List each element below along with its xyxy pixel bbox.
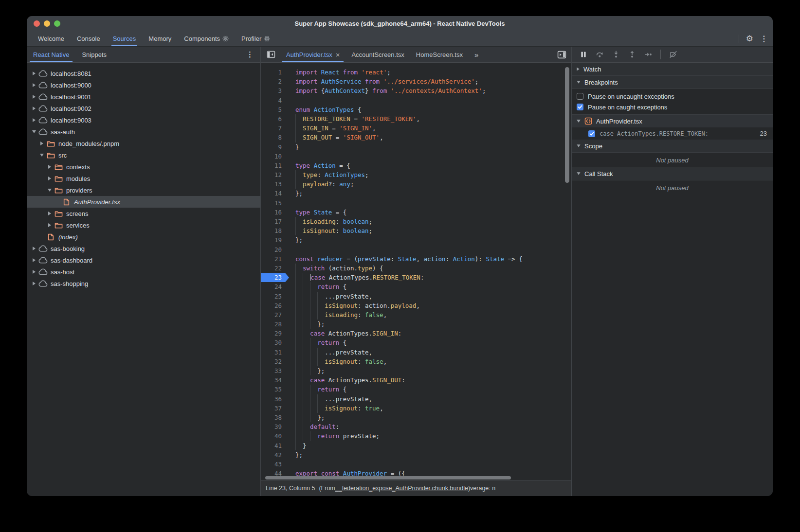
line-number[interactable]: 1: [261, 68, 289, 77]
pause-uncaught-row[interactable]: Pause on uncaught exceptions: [572, 91, 773, 102]
code-line[interactable]: 29 case ActionTypes.SIGN_IN:: [261, 329, 571, 338]
line-number[interactable]: 3: [261, 86, 289, 95]
tree-item-src[interactable]: src: [27, 149, 260, 161]
line-number[interactable]: 11: [261, 161, 289, 170]
tree-item-node-modules-pnpm[interactable]: node_modules/.pnpm: [27, 138, 260, 149]
breakpoint-file-row[interactable]: AuthProvider.tsx: [572, 114, 773, 127]
line-number[interactable]: 24: [261, 282, 289, 291]
line-number[interactable]: 27: [261, 310, 289, 319]
tree-item-localhost-9001[interactable]: localhost:9001: [27, 91, 260, 103]
step-out-icon[interactable]: [628, 51, 636, 58]
line-number[interactable]: 13: [261, 179, 289, 189]
pause-icon[interactable]: [580, 51, 587, 58]
code-line[interactable]: 8 SIGN_OUT = 'SIGN_OUT',: [261, 133, 571, 142]
collapsed-arrow-icon[interactable]: [46, 165, 53, 169]
expanded-arrow-icon[interactable]: [31, 130, 37, 133]
code-line[interactable]: 39 default:: [261, 422, 571, 431]
tree-item-sas-booking[interactable]: sas-booking: [27, 243, 260, 254]
collapsed-arrow-icon[interactable]: [38, 142, 45, 145]
editor-vertical-scrollbar[interactable]: [565, 67, 569, 183]
code-line[interactable]: 4: [261, 96, 571, 105]
line-number[interactable]: 32: [261, 357, 289, 366]
more-options-kebab-icon[interactable]: ⋮: [760, 34, 768, 43]
line-number[interactable]: 35: [261, 385, 289, 394]
tree-item-localhost-9000[interactable]: localhost:9000: [27, 79, 260, 91]
collapsed-arrow-icon[interactable]: [31, 95, 37, 99]
code-line[interactable]: 21const reducer = (prevState: State, act…: [261, 254, 571, 264]
settings-gear-icon[interactable]: ⚙: [746, 35, 753, 43]
line-number[interactable]: 40: [261, 431, 289, 441]
bundle-link[interactable]: __federation_expose_AuthProvider.chunk.b…: [335, 485, 468, 492]
code-line[interactable]: 20: [261, 245, 571, 254]
code-line[interactable]: 44export const AuthProvider = ({: [261, 469, 571, 476]
tree-item-services[interactable]: services: [27, 219, 260, 231]
hide-navigator-icon[interactable]: [261, 47, 280, 62]
collapsed-arrow-icon[interactable]: [31, 247, 37, 250]
navigator-tab-snippets[interactable]: Snippets: [75, 47, 113, 62]
code-line[interactable]: 18 isSignout: boolean;: [261, 226, 571, 235]
line-number[interactable]: 36: [261, 394, 289, 404]
code-line[interactable]: 17 isLoading: boolean;: [261, 217, 571, 226]
collapsed-arrow-icon[interactable]: [46, 212, 53, 215]
line-number[interactable]: 5: [261, 105, 289, 114]
line-number[interactable]: 30: [261, 338, 289, 347]
line-number[interactable]: 39: [261, 422, 289, 431]
tree-item-sas-host[interactable]: sas-host: [27, 266, 260, 278]
collapsed-arrow-icon[interactable]: [31, 258, 37, 262]
tab-sources[interactable]: Sources: [107, 31, 143, 46]
code-line[interactable]: 26 isSignout: action.payload,: [261, 301, 571, 310]
tab-components[interactable]: Components: [178, 31, 235, 46]
tree-item-sas-auth[interactable]: sas-auth: [27, 126, 260, 138]
code-line[interactable]: 10: [261, 152, 571, 161]
close-tab-icon[interactable]: ×: [336, 51, 340, 59]
line-number[interactable]: 22: [261, 264, 289, 273]
scope-section-header[interactable]: Scope: [572, 140, 773, 153]
line-number[interactable]: 9: [261, 142, 289, 152]
step-icon[interactable]: [644, 51, 652, 58]
call-stack-section-header[interactable]: Call Stack: [572, 167, 773, 180]
code-line[interactable]: 32 isSignout: false,: [261, 357, 571, 366]
code-line[interactable]: 36 ...prevState,: [261, 394, 571, 404]
step-into-icon[interactable]: [612, 51, 620, 58]
line-number[interactable]: 16: [261, 208, 289, 217]
line-number[interactable]: 42: [261, 450, 289, 460]
line-number[interactable]: 26: [261, 301, 289, 310]
tree-item--index-[interactable]: (index): [27, 231, 260, 243]
line-number[interactable]: 28: [261, 319, 289, 329]
tab-console[interactable]: Console: [71, 31, 107, 46]
line-number[interactable]: 34: [261, 375, 289, 385]
code-line[interactable]: 40 return prevState;: [261, 431, 571, 441]
tab-welcome[interactable]: Welcome: [32, 31, 71, 46]
collapsed-arrow-icon[interactable]: [31, 282, 37, 285]
expanded-arrow-icon[interactable]: [38, 154, 45, 157]
code-line[interactable]: 1import React from 'react';: [261, 68, 571, 77]
code-line[interactable]: 11type Action = {: [261, 161, 571, 170]
expanded-arrow-icon[interactable]: [46, 189, 53, 192]
code-line[interactable]: 35 return {: [261, 385, 571, 394]
active-line-number-badge[interactable]: 23: [261, 273, 289, 282]
line-number[interactable]: 41: [261, 441, 289, 450]
code-line[interactable]: 19};: [261, 235, 571, 245]
collapsed-arrow-icon[interactable]: [31, 106, 37, 110]
watch-section-header[interactable]: Watch: [572, 63, 773, 76]
pause-uncaught-checkbox[interactable]: [577, 93, 583, 100]
code-line[interactable]: 14};: [261, 189, 571, 198]
code-line[interactable]: 13 payload?: any;: [261, 179, 571, 189]
code-line[interactable]: 3import {AuthContext} from '../contexts/…: [261, 86, 571, 95]
code-line[interactable]: 31 ...prevState,: [261, 348, 571, 357]
code-line[interactable]: 5enum ActionTypes {: [261, 105, 571, 114]
line-number[interactable]: 2: [261, 77, 289, 86]
code-line[interactable]: 24 return {: [261, 282, 571, 291]
code-line[interactable]: 2import AuthService from '../services/Au…: [261, 77, 571, 86]
breakpoint-checkbox[interactable]: [588, 130, 595, 137]
line-number[interactable]: 38: [261, 413, 289, 422]
breakpoint-entry-row[interactable]: case ActionTypes.RESTORE_TOKEN: 23: [572, 127, 773, 140]
tree-item-screens[interactable]: screens: [27, 208, 260, 219]
tab-profiler[interactable]: Profiler: [235, 31, 276, 46]
code-line[interactable]: 28 };: [261, 319, 571, 329]
navigator-tab-react-native[interactable]: React Native: [27, 47, 75, 62]
code-line[interactable]: 43: [261, 460, 571, 469]
line-number[interactable]: 8: [261, 133, 289, 142]
line-number[interactable]: 33: [261, 366, 289, 375]
tab-memory[interactable]: Memory: [142, 31, 178, 46]
